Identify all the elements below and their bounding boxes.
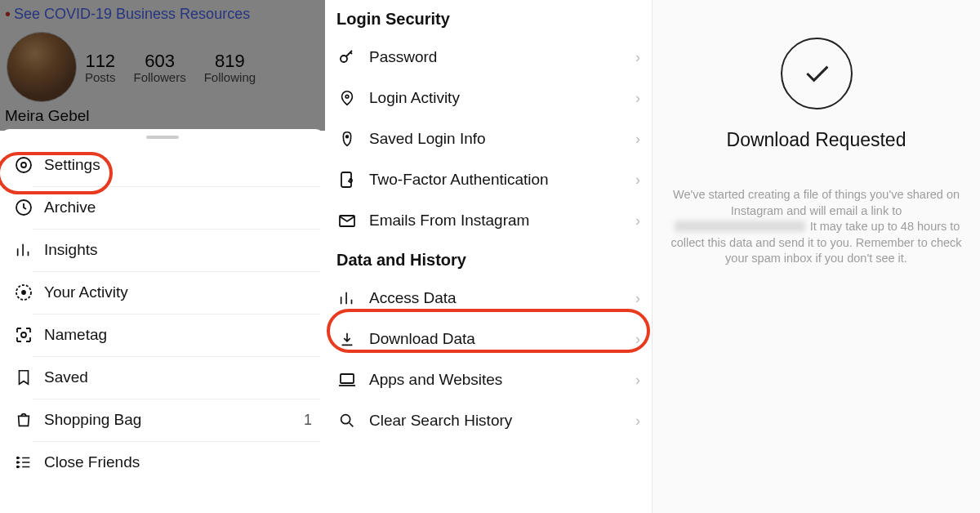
setting-label: Clear Search History	[369, 412, 512, 430]
svg-point-11	[346, 136, 349, 138]
menu-label: Insights	[44, 241, 97, 259]
setting-saved-login[interactable]: Saved Login Info ›	[325, 118, 652, 159]
close-friends-icon	[13, 452, 34, 473]
setting-two-factor[interactable]: Two-Factor Authentication ›	[325, 159, 652, 200]
section-login-security: Login Security	[325, 0, 652, 37]
setting-emails[interactable]: Emails From Instagram ›	[325, 200, 652, 241]
menu-nametag[interactable]: Nametag	[0, 314, 325, 356]
profile-row: 112 Posts 603 Followers 819 Following	[0, 30, 325, 104]
keyhole-icon	[336, 128, 358, 149]
menu-label: Archive	[44, 199, 96, 216]
menu-label: Nametag	[44, 326, 107, 344]
svg-point-15	[341, 415, 350, 424]
svg-point-9	[341, 56, 347, 62]
redacted-email	[675, 221, 805, 232]
setting-access-data[interactable]: Access Data ›	[325, 278, 652, 319]
sheet-handle[interactable]	[146, 136, 179, 139]
svg-point-10	[345, 95, 349, 98]
menu-close-friends[interactable]: Close Friends	[0, 441, 325, 484]
chevron-right-icon: ›	[635, 49, 640, 66]
laptop-icon	[336, 369, 358, 390]
setting-password[interactable]: Password ›	[325, 37, 652, 78]
menu-sheet: Settings Archive Insights Your Activity	[0, 129, 325, 513]
search-icon	[336, 410, 358, 431]
setting-download-data[interactable]: Download Data ›	[325, 319, 652, 359]
menu-settings[interactable]: Settings	[0, 144, 325, 186]
chevron-right-icon: ›	[635, 90, 640, 107]
chevron-right-icon: ›	[635, 290, 640, 307]
stat-following[interactable]: 819 Following	[204, 51, 256, 84]
svg-rect-14	[341, 374, 354, 383]
mail-icon	[336, 210, 358, 231]
chevron-right-icon: ›	[635, 172, 640, 189]
shield-icon	[336, 169, 358, 190]
stat-followers[interactable]: 603 Followers	[134, 51, 186, 84]
chart-icon	[336, 288, 358, 309]
body-before: We've started creating a file of things …	[673, 188, 960, 217]
location-icon	[336, 87, 358, 109]
menu-your-activity[interactable]: Your Activity	[0, 271, 325, 314]
key-icon	[336, 47, 358, 68]
chevron-right-icon: ›	[635, 212, 640, 230]
shopping-bag-icon	[13, 409, 34, 430]
download-requested-body: We've started creating a file of things …	[666, 187, 967, 267]
svg-point-4	[22, 291, 25, 294]
stats: 112 Posts 603 Followers 819 Following	[85, 51, 256, 84]
covid-banner[interactable]: •See COVID-19 Business Resources	[0, 2, 325, 30]
svg-point-6	[17, 457, 19, 459]
setting-label: Saved Login Info	[369, 130, 486, 148]
profile-panel: •See COVID-19 Business Resources 112 Pos…	[0, 0, 325, 513]
chevron-right-icon: ›	[635, 331, 640, 348]
setting-label: Login Activity	[369, 89, 460, 107]
menu-label: Saved	[44, 368, 88, 386]
menu-label: Shopping Bag	[44, 411, 141, 429]
setting-label: Password	[369, 48, 437, 66]
shopping-bag-count: 1	[304, 412, 312, 429]
chevron-right-icon: ›	[635, 131, 640, 148]
setting-label: Apps and Websites	[369, 371, 502, 389]
nametag-icon	[13, 324, 34, 346]
check-circle-icon	[781, 38, 853, 109]
menu-saved[interactable]: Saved	[0, 356, 325, 399]
profile-name: Meira Gebel	[0, 104, 325, 125]
banner-text: See COVID-19 Business Resources	[14, 6, 250, 22]
download-requested-title: Download Requested	[666, 129, 967, 151]
svg-point-0	[16, 158, 31, 172]
menu-shopping-bag[interactable]: Shopping Bag 1	[0, 399, 325, 441]
chevron-right-icon: ›	[635, 372, 640, 389]
svg-point-1	[21, 163, 26, 167]
activity-icon	[13, 282, 34, 303]
setting-label: Two-Factor Authentication	[369, 171, 549, 189]
setting-label: Download Data	[369, 330, 475, 348]
security-settings-panel: Login Security Password › Login Activity…	[325, 0, 652, 513]
menu-insights[interactable]: Insights	[0, 229, 325, 271]
chevron-right-icon: ›	[635, 413, 640, 430]
svg-point-8	[17, 466, 19, 468]
svg-point-5	[21, 332, 26, 337]
profile-header-dimmed: •See COVID-19 Business Resources 112 Pos…	[0, 0, 325, 131]
setting-clear-search[interactable]: Clear Search History ›	[325, 400, 652, 441]
setting-label: Emails From Instagram	[369, 212, 529, 230]
section-data-history: Data and History	[325, 241, 652, 278]
insights-icon	[13, 239, 34, 261]
menu-label: Settings	[44, 156, 100, 174]
gear-icon	[13, 154, 34, 176]
download-icon	[336, 328, 358, 350]
stat-posts[interactable]: 112 Posts	[85, 51, 116, 84]
menu-label: Close Friends	[44, 453, 140, 471]
menu-archive[interactable]: Archive	[0, 186, 325, 229]
archive-icon	[13, 197, 34, 218]
saved-icon	[13, 367, 34, 388]
menu-label: Your Activity	[44, 283, 128, 301]
avatar[interactable]	[7, 32, 77, 102]
setting-login-activity[interactable]: Login Activity ›	[325, 78, 652, 118]
svg-point-7	[17, 462, 19, 463]
banner-dot-icon: •	[5, 5, 11, 23]
setting-apps-websites[interactable]: Apps and Websites ›	[325, 359, 652, 400]
download-requested-panel: Download Requested We've started creatin…	[652, 0, 980, 513]
setting-label: Access Data	[369, 289, 457, 307]
